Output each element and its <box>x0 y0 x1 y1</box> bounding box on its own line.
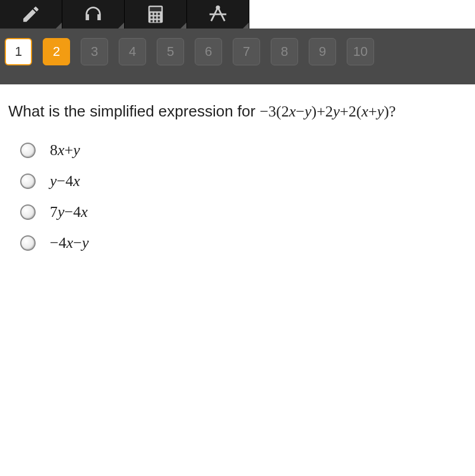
nav-question-5[interactable]: 5 <box>157 38 184 65</box>
radio-button[interactable] <box>20 235 36 251</box>
nav-question-3[interactable]: 3 <box>81 38 108 65</box>
radio-button[interactable] <box>20 174 36 189</box>
option-d[interactable]: −4x−y <box>20 234 467 252</box>
pencil-icon <box>21 4 41 24</box>
option-b-text: y−4x <box>50 172 80 190</box>
svg-rect-1 <box>150 7 161 11</box>
svg-rect-6 <box>154 17 157 19</box>
option-a-text: 8x+y <box>50 141 80 159</box>
nav-question-8[interactable]: 8 <box>271 38 298 65</box>
question-area: What is the simplified expression for −3… <box>0 84 475 283</box>
pencil-tool[interactable] <box>0 0 62 29</box>
option-c-text: 7y−4x <box>50 203 88 221</box>
nav-question-2[interactable]: 2 <box>43 38 70 65</box>
svg-rect-4 <box>158 13 160 15</box>
question-prompt: What is the simplified expression for −3… <box>8 102 467 121</box>
compass-icon <box>208 4 228 24</box>
radio-button[interactable] <box>20 143 36 158</box>
svg-point-14 <box>217 7 219 9</box>
toolbar <box>0 0 249 29</box>
nav-question-4[interactable]: 4 <box>119 38 146 65</box>
nav-question-6[interactable]: 6 <box>195 38 222 65</box>
svg-rect-3 <box>154 13 157 15</box>
option-d-text: −4x−y <box>50 234 88 252</box>
answer-options: 8x+y y−4x 7y−4x −4x−y <box>8 141 467 252</box>
question-navigation: 1 2 3 4 5 6 7 8 9 10 <box>0 29 475 84</box>
headphones-icon <box>83 4 103 24</box>
svg-rect-8 <box>151 20 153 23</box>
svg-rect-2 <box>151 13 153 15</box>
headphones-tool[interactable] <box>62 0 125 29</box>
compass-tool[interactable] <box>187 0 249 29</box>
nav-question-7[interactable]: 7 <box>233 38 260 65</box>
prompt-expression: −3(2x−y)+2y+2(x+y)? <box>259 103 395 120</box>
svg-rect-7 <box>158 17 160 19</box>
option-c[interactable]: 7y−4x <box>20 203 467 221</box>
svg-rect-5 <box>151 17 153 19</box>
svg-rect-9 <box>154 20 157 23</box>
nav-question-9[interactable]: 9 <box>309 38 336 65</box>
option-a[interactable]: 8x+y <box>20 141 467 159</box>
radio-button[interactable] <box>20 204 36 220</box>
calculator-tool[interactable] <box>125 0 187 29</box>
svg-rect-10 <box>158 20 160 23</box>
prompt-prefix: What is the simplified expression for <box>8 102 259 120</box>
nav-question-10[interactable]: 10 <box>347 38 374 65</box>
calculator-icon <box>147 4 164 24</box>
option-b[interactable]: y−4x <box>20 172 467 190</box>
nav-question-1[interactable]: 1 <box>5 38 32 65</box>
